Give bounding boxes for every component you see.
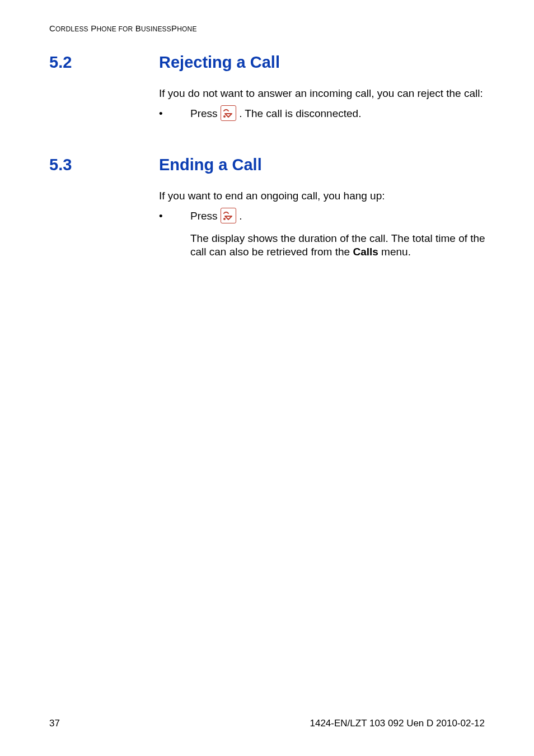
section-number: 5.3: [49, 156, 72, 174]
running-header: CORDLESS PHONE FOR BUSINESSPHONE: [49, 24, 197, 33]
section-title: Ending a Call: [159, 156, 262, 174]
end-call-icon: [221, 105, 236, 121]
page-number: 37: [49, 718, 60, 729]
document-id: 1424-EN/LZT 103 092 Uen D 2010-02-12: [310, 718, 485, 729]
bullet-pre: Press: [190, 108, 221, 119]
section-5-2-intro: If you do not want to answer an incoming…: [159, 87, 489, 100]
section-5-3-intro: If you want to end an ongoing call, you …: [159, 189, 489, 203]
bullet-post: . The call is disconnected.: [239, 108, 361, 119]
section-5-3-bullet-1: Press .: [190, 209, 493, 225]
svg-point-0: [223, 115, 226, 118]
section-5-2-bullet-1: Press . The call is disconnected.: [190, 106, 493, 122]
svg-point-1: [223, 218, 226, 220]
bullet-marker: •: [159, 210, 163, 222]
section-title: Rejecting a Call: [159, 53, 280, 72]
running-header-text: CORDLESS PHONE FOR BUSINESSPHONE: [49, 24, 197, 33]
calls-menu-ref: Calls: [353, 246, 378, 258]
section-5-3-bullet-1-after: The display shows the duration of the ca…: [190, 232, 493, 259]
bullet-marker: •: [159, 108, 163, 120]
end-call-icon: [221, 208, 236, 223]
bullet-post: .: [239, 210, 242, 222]
bullet-pre: Press: [190, 210, 221, 222]
page: CORDLESS PHONE FOR BUSINESSPHONE 5.2 Rej…: [0, 0, 534, 756]
section-number: 5.2: [49, 53, 72, 72]
